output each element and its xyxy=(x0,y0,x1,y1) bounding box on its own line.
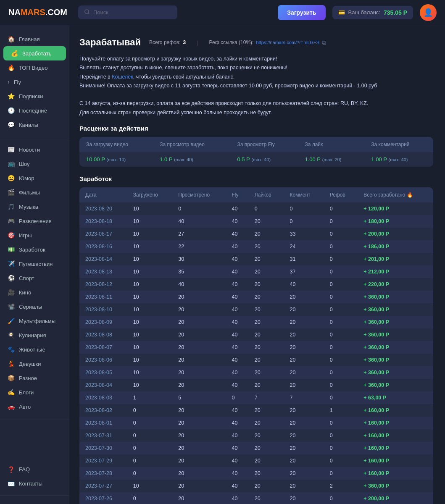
cell-fly: 40 xyxy=(226,492,248,504)
search-input[interactable] xyxy=(93,9,171,16)
ref-url[interactable]: https://namars.com/?r=mLGFS xyxy=(256,40,319,45)
sidebar-item-fly[interactable]: › Fly xyxy=(0,75,69,89)
sidebar-item-sport[interactable]: ⚽ Спорт xyxy=(0,271,69,285)
sidebar-item-show[interactable]: 📺 Шоу xyxy=(0,157,69,171)
cooking-icon: 🍳 xyxy=(8,332,15,339)
col-uploaded: Загружено xyxy=(127,187,173,202)
cell-likes: 20 xyxy=(249,379,284,391)
girls-icon: 💃 xyxy=(8,360,15,367)
sidebar-item-games[interactable]: 🎯 Игры xyxy=(0,228,69,242)
sidebar-item-travel[interactable]: ✈️ Путешествия xyxy=(0,257,69,271)
sidebar-item-misc[interactable]: 📦 Разное xyxy=(0,371,69,385)
sidebar-item-earning[interactable]: 💵 Заработок xyxy=(0,242,69,257)
sidebar-item-contacts[interactable]: ✉️ Контакты xyxy=(0,477,69,491)
earning-icon: 💵 xyxy=(8,246,15,253)
rate-like: 1.00 Р (max: 20) xyxy=(298,152,364,167)
cell-likes: 20 xyxy=(249,341,284,354)
cell-uploaded: 10 xyxy=(127,202,173,215)
cell-refs: 0 xyxy=(324,467,358,480)
cell-uploaded: 10 xyxy=(127,354,173,366)
sidebar-item-faq[interactable]: ❓ FAQ xyxy=(0,462,69,477)
fire-icon: 🔥 xyxy=(8,64,15,71)
sidebar-item-label: Блоги xyxy=(19,389,34,396)
sidebar-item-series[interactable]: 📽️ Сериалы xyxy=(0,299,69,314)
cell-likes: 20 xyxy=(249,316,284,328)
cell-viewed: 20 xyxy=(172,454,226,467)
cell-date: 2023-08-06 xyxy=(79,354,127,366)
cell-uploaded: 10 xyxy=(127,379,173,391)
logo[interactable]: NAMARS.COM xyxy=(8,8,67,17)
music-icon: 🎵 xyxy=(8,203,15,210)
cell-total: + 160,00 Р xyxy=(358,417,433,429)
sidebar-item-label: Авто xyxy=(19,404,31,410)
cell-fly: 40 xyxy=(226,328,248,341)
cell-refs: 0 xyxy=(324,215,358,228)
sidebar-item-recent[interactable]: 🕐 Последние xyxy=(0,103,69,118)
cell-viewed: 27 xyxy=(172,228,226,240)
col-fly: Fly xyxy=(226,187,248,202)
sidebar-item-movies[interactable]: 🎬 Фильмы xyxy=(0,185,69,200)
sidebar-item-top[interactable]: 🔥 ТОП Видео xyxy=(0,60,69,75)
info-line-4: Внимание! Оплата за загрузку видео с 11 … xyxy=(79,81,433,90)
search-bar[interactable] xyxy=(78,5,177,19)
cell-viewed: 22 xyxy=(172,240,226,253)
cartoons-icon: 🖌️ xyxy=(8,318,15,324)
rates-section-title: Расценки за действия xyxy=(79,125,433,132)
cell-comments: 20 xyxy=(284,316,324,328)
cell-total: + 160,00 Р xyxy=(358,442,433,454)
cell-total: + 360,00 Р xyxy=(358,480,433,492)
cell-total: + 160,00 Р xyxy=(358,429,433,442)
cell-comments: 20 xyxy=(284,404,324,417)
cell-uploaded: 0 xyxy=(127,442,173,454)
upload-button[interactable]: Загрузить xyxy=(278,5,325,20)
cell-uploaded: 0 xyxy=(127,417,173,429)
sidebar-item-animals[interactable]: 🐾 Животные xyxy=(0,342,69,357)
travel-icon: ✈️ xyxy=(8,260,15,267)
cell-date: 2023-08-12 xyxy=(79,278,127,291)
wallet-link[interactable]: Кошелек xyxy=(112,74,133,80)
sidebar-item-music[interactable]: 🎵 Музыка xyxy=(0,200,69,214)
star-icon: ⭐ xyxy=(8,93,15,100)
cell-viewed: 20 xyxy=(172,341,226,354)
sidebar-item-main[interactable]: 🏠 Главная xyxy=(0,32,69,46)
cell-fly: 40 xyxy=(226,480,248,492)
sidebar-item-label: Каналы xyxy=(19,122,38,128)
earnings-section-title: Заработок xyxy=(79,175,433,182)
sidebar-item-girls[interactable]: 💃 Девушки xyxy=(0,357,69,371)
cell-total: + 186,00 Р xyxy=(358,240,433,253)
cell-uploaded: 10 xyxy=(127,240,173,253)
sidebar-item-subs[interactable]: ⭐ Подписки xyxy=(0,89,69,103)
cell-fly: 40 xyxy=(226,341,248,354)
table-row: 2023-08-07 10 20 40 20 20 0 + 360,00 Р xyxy=(79,341,433,354)
sidebar-item-blogs[interactable]: ✍️ Блоги xyxy=(0,385,69,399)
sidebar-item-channels[interactable]: 💬 Каналы xyxy=(0,118,69,132)
cell-viewed: 20 xyxy=(172,366,226,379)
cell-date: 2023-08-03 xyxy=(79,391,127,404)
sidebar-item-cartoons[interactable]: 🖌️ Мультфильмы xyxy=(0,314,69,328)
sidebar-item-entertainment[interactable]: 🎮 Развлечения xyxy=(0,214,69,228)
table-row: 2023-07-31 0 20 40 20 20 0 + 160,00 Р xyxy=(79,429,433,442)
sidebar-item-cooking[interactable]: 🍳 Кулинария xyxy=(0,328,69,342)
sidebar-item-auto[interactable]: 🚗 Авто xyxy=(0,399,69,414)
sidebar-item-label: Заработать xyxy=(22,50,51,57)
cell-date: 2023-08-20 xyxy=(79,202,127,215)
sidebar-item-label: Последние xyxy=(19,108,47,114)
cell-likes: 20 xyxy=(249,492,284,504)
avatar[interactable]: 👤 xyxy=(420,4,437,21)
cinema-icon: 🎥 xyxy=(8,289,15,296)
sidebar-item-earn[interactable]: 💰 Заработать xyxy=(3,46,66,60)
cell-total: + 360,00 Р xyxy=(358,379,433,391)
cell-uploaded: 10 xyxy=(127,228,173,240)
copy-icon[interactable]: ⧉ xyxy=(322,39,326,46)
faq-icon: ❓ xyxy=(8,466,15,473)
cell-fly: 40 xyxy=(226,278,248,291)
cell-likes: 20 xyxy=(249,303,284,316)
cell-refs: 0 xyxy=(324,253,358,265)
sidebar-item-humor[interactable]: 😄 Юмор xyxy=(0,171,69,185)
header: NAMARS.COM Загрузить 💳 Ваш баланс: 735.0… xyxy=(0,0,445,25)
show-icon: 📺 xyxy=(8,160,15,167)
rates-header-fly: За просмотр Fly xyxy=(230,137,298,152)
table-row: 2023-08-18 10 40 40 20 0 0 + 180,00 Р xyxy=(79,215,433,228)
sidebar-item-news[interactable]: 📰 Новости xyxy=(0,142,69,157)
sidebar-item-cinema[interactable]: 🎥 Кино xyxy=(0,285,69,299)
